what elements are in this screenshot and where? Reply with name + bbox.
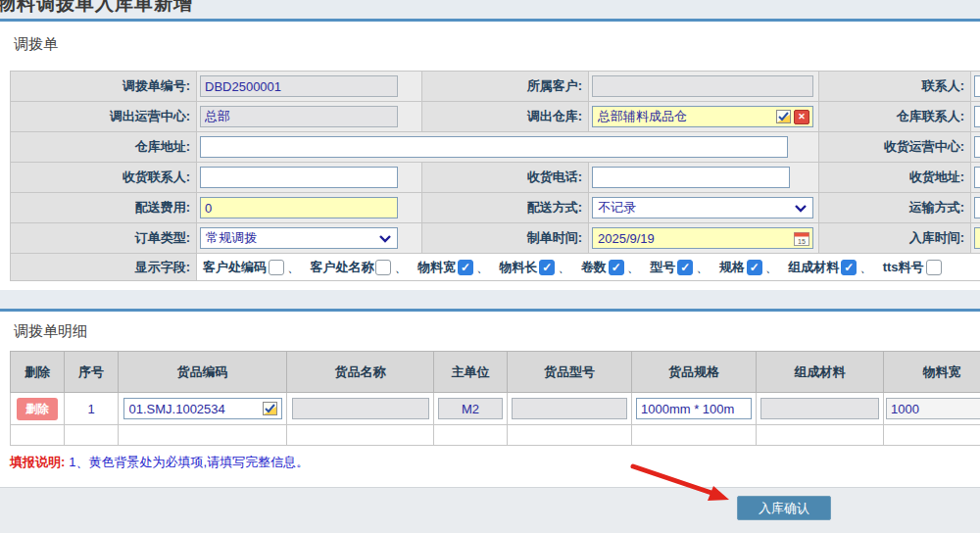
footer-bar: [0, 487, 980, 533]
recv-phone-input[interactable]: [592, 167, 790, 188]
fill-note: 填报说明:1、黄色背景处为必填项,请填写完整信息。: [10, 454, 309, 471]
display-option-checkbox[interactable]: [841, 260, 857, 275]
delivery-fee-label: 配送费用:: [11, 193, 197, 223]
form-section-title: 调拨单: [14, 35, 58, 54]
recv-center-label: 收货运营中心:: [819, 132, 971, 163]
order-type-select[interactable]: 常规调拨: [200, 227, 398, 249]
chevron-down-icon: [793, 201, 808, 216]
display-option-checkbox[interactable]: [926, 260, 942, 275]
detail-table-area: 删除 序号 货品编码 货品名称 主单位 货品型号 货品规格 组成材料 物料宽 删…: [10, 351, 980, 449]
section-divider-band: [0, 290, 980, 312]
col-item-code: 货品编码: [119, 352, 287, 393]
inbound-confirm-button[interactable]: 入库确认: [737, 496, 831, 520]
col-model: 货品型号: [508, 352, 632, 393]
display-option-checkbox[interactable]: [539, 260, 555, 275]
col-material: 组成材料: [757, 352, 884, 393]
display-option-checkbox[interactable]: [458, 260, 473, 275]
detail-table: 删除 序号 货品编码 货品名称 主单位 货品型号 货品规格 组成材料 物料宽 删…: [10, 351, 980, 446]
order-type-value: 常规调拨: [206, 229, 257, 247]
svg-text:15: 15: [798, 237, 806, 244]
out-warehouse-value: 总部辅料成品仓: [598, 108, 772, 125]
transport-mode-label: 运输方式:: [819, 193, 971, 223]
display-fields-label: 显示字段:: [11, 254, 197, 281]
display-option-checkbox[interactable]: [609, 260, 624, 275]
note-text: 1、黄色背景处为必填项,请填写完整信息。: [69, 455, 309, 469]
recv-address-label: 收货地址:: [819, 163, 971, 193]
inbound-time-label: 入库时间:: [819, 223, 971, 254]
display-option-checkbox[interactable]: [677, 260, 693, 275]
warehouse-contact-input[interactable]: [974, 106, 980, 127]
delete-row-button[interactable]: 删除: [17, 398, 58, 420]
select-icon[interactable]: [775, 110, 791, 124]
transfer-form: 调拨单编号: 所属客户: 联系人: 调出运营中心: 调出仓库: 总部辅料成品仓: [10, 71, 980, 281]
spec-input[interactable]: [636, 398, 752, 419]
width-input[interactable]: [886, 398, 980, 419]
clear-icon[interactable]: ✕: [794, 110, 809, 124]
create-time-label: 制单时间:: [422, 223, 589, 254]
create-time-field[interactable]: 2025/9/19 15: [592, 227, 813, 249]
out-center-input[interactable]: [200, 106, 398, 127]
contact-label: 联系人:: [819, 72, 971, 102]
model-input[interactable]: [512, 398, 627, 419]
order-type-label: 订单类型:: [11, 223, 197, 254]
item-code-value: 01.SMJ.1002534: [129, 402, 260, 416]
chevron-down-icon: [377, 231, 393, 246]
row-seq: 1: [65, 393, 119, 425]
display-option-checkbox[interactable]: [747, 260, 762, 275]
detail-header-row: 删除 序号 货品编码 货品名称 主单位 货品型号 货品规格 组成材料 物料宽: [11, 352, 980, 393]
transport-mode-input[interactable]: [974, 197, 980, 218]
note-label: 填报说明:: [10, 455, 65, 469]
display-fields-options: 客户处编码、 客户处名称、 物料宽、 物料长、 卷数、 型号、 规格、 组成材料…: [197, 254, 980, 281]
delivery-mode-select[interactable]: 不记录: [592, 197, 813, 218]
warehouse-contact-label: 仓库联系人:: [819, 102, 971, 132]
inbound-time-input[interactable]: [974, 227, 980, 249]
delivery-fee-input[interactable]: [200, 197, 398, 218]
detail-section-title: 调拨单明细: [14, 322, 87, 341]
out-warehouse-label: 调出仓库:: [422, 102, 589, 132]
delivery-mode-label: 配送方式:: [422, 193, 589, 223]
calendar-icon[interactable]: 15: [794, 231, 809, 246]
out-center-label: 调出运营中心:: [11, 102, 197, 132]
recv-contact-label: 收货联系人:: [11, 163, 197, 193]
out-warehouse-field[interactable]: 总部辅料成品仓 ✕: [592, 106, 813, 127]
customer-label: 所属客户:: [422, 72, 589, 102]
select-icon[interactable]: [263, 402, 278, 416]
recv-center-input[interactable]: [974, 136, 980, 158]
display-option-checkbox[interactable]: [375, 260, 391, 275]
customer-input[interactable]: [592, 75, 813, 97]
order-no-input[interactable]: [200, 75, 398, 97]
warehouse-address-label: 仓库地址:: [11, 132, 197, 163]
page-title: 物料调拨单入库单新增: [0, 0, 980, 17]
col-item-name: 货品名称: [287, 352, 434, 393]
col-width: 物料宽: [884, 352, 980, 393]
recv-phone-label: 收货电话:: [422, 163, 589, 193]
delivery-mode-value: 不记录: [598, 199, 636, 217]
col-delete: 删除: [11, 352, 65, 393]
recv-contact-input[interactable]: [200, 167, 398, 188]
col-seq: 序号: [65, 352, 119, 393]
empty-row: [11, 425, 980, 446]
transfer-form-table: 调拨单编号: 所属客户: 联系人: 调出运营中心: 调出仓库: 总部辅料成品仓: [10, 71, 980, 281]
table-row: 删除 1 01.SMJ.1002534: [11, 393, 980, 425]
page-title-band: 物料调拨单入库单新增: [0, 0, 980, 22]
app-window: 物料调拨单入库单新增 调拨单 调拨单编号: 所属客户: 联系人: 调出运营中心:…: [0, 0, 980, 533]
item-code-field[interactable]: 01.SMJ.1002534: [123, 398, 282, 419]
col-spec: 货品规格: [632, 352, 757, 393]
material-input[interactable]: [760, 398, 879, 419]
display-option-checkbox[interactable]: [269, 260, 284, 275]
item-name-input[interactable]: [292, 398, 429, 419]
unit-input[interactable]: [438, 398, 503, 419]
warehouse-address-input[interactable]: [200, 136, 788, 158]
create-time-value: 2025/9/19: [598, 231, 791, 246]
order-no-label: 调拨单编号:: [11, 72, 197, 102]
contact-input[interactable]: [974, 75, 980, 97]
recv-address-input[interactable]: [974, 167, 980, 188]
col-unit: 主单位: [434, 352, 508, 393]
